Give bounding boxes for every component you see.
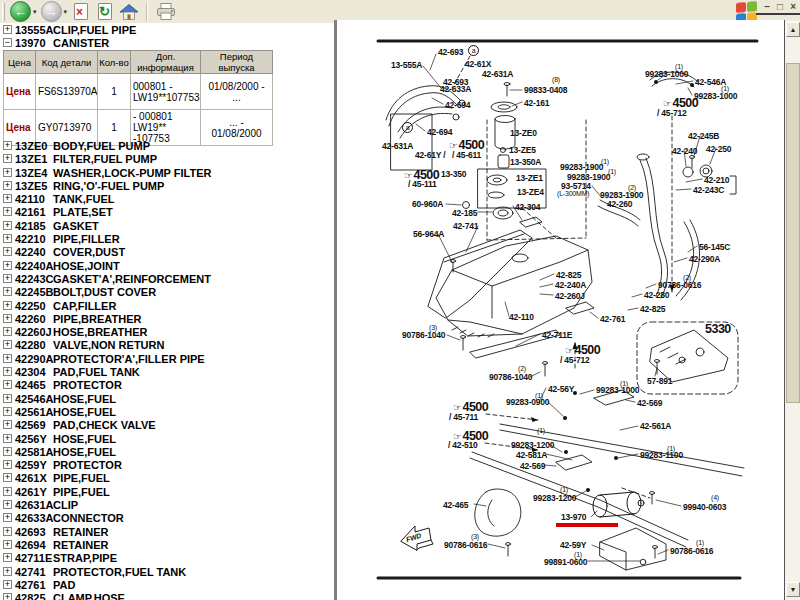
expand-icon[interactable]: +: [3, 513, 12, 522]
diagram-part-label[interactable]: 42-110: [509, 313, 534, 322]
list-item[interactable]: +42280VALVE,NON RETURN: [0, 339, 334, 352]
diagram-part-label[interactable]: 99940-0603: [683, 503, 726, 512]
list-item[interactable]: +42633ACONNECTOR: [0, 512, 334, 525]
list-item[interactable]: +42260PIPE,BREATHER: [0, 313, 334, 326]
diagram-part-label[interactable]: 42-250: [706, 145, 731, 154]
diagram-part-label[interactable]: 42-243C: [693, 186, 724, 195]
diagram-part-label[interactable]: 42-260J: [555, 292, 585, 301]
diagram-part-label[interactable]: 42-210: [704, 176, 729, 185]
diagram-part-label[interactable]: a: [468, 45, 479, 56]
list-item[interactable]: +42110TANK,FUEL: [0, 193, 334, 206]
diagram-part-label[interactable]: 42-631A: [482, 70, 513, 79]
expand-icon[interactable]: +: [3, 500, 12, 509]
diagram-part-label[interactable]: 42-761: [600, 315, 625, 324]
back-button[interactable]: ← ▾: [8, 1, 39, 23]
expand-icon[interactable]: +: [3, 234, 12, 243]
diagram-part-label[interactable]: (4): [711, 494, 719, 502]
refresh-button[interactable]: ↻: [93, 1, 117, 23]
diagram-part-label[interactable]: 99283-1000: [694, 92, 737, 101]
stop-button[interactable]: ×: [69, 1, 93, 23]
diagram-part-label[interactable]: 13-ZE1: [516, 174, 543, 183]
expand-icon[interactable]: +: [3, 314, 12, 323]
diagram-part-label[interactable]: 42-465: [443, 501, 468, 510]
diagram-part-label[interactable]: 42-240: [672, 147, 697, 156]
expand-icon[interactable]: +: [3, 420, 12, 429]
list-item[interactable]: +42465PROTECTOR: [0, 379, 334, 392]
diagram-part-label[interactable]: 42-581A: [516, 451, 547, 460]
expand-icon[interactable]: +: [3, 553, 12, 562]
list-item[interactable]: +42210PIPE,FILLER: [0, 233, 334, 246]
tree-item-13970-selected[interactable]: − 13970 CANISTER: [0, 37, 334, 50]
diagram-part-label[interactable]: 90786-1040: [489, 373, 532, 382]
expand-icon[interactable]: +: [3, 194, 12, 203]
diagram-part-label[interactable]: 42-633A: [440, 85, 471, 94]
diagram-part-label[interactable]: 42-693: [438, 48, 463, 57]
scroll-up-button[interactable]: ▲: [786, 22, 800, 37]
minimize-button[interactable]: −: [764, 1, 770, 12]
diagram-part-label[interactable]: 5330: [705, 323, 731, 337]
list-item[interactable]: +42581AHOSE,FUEL: [0, 446, 334, 459]
diagram-part-label[interactable]: / 45-711: [449, 413, 478, 422]
expand-icon[interactable]: +: [3, 367, 12, 376]
diagram-part-label[interactable]: 42-245B: [688, 132, 719, 141]
list-item[interactable]: +42761PAD: [0, 579, 334, 592]
expand-icon[interactable]: +: [3, 447, 12, 456]
list-item[interactable]: +42161PLATE,SET: [0, 206, 334, 219]
expand-icon[interactable]: +: [3, 567, 12, 576]
expand-icon[interactable]: +: [3, 154, 12, 163]
diagram-part-label[interactable]: 56-964A: [413, 230, 444, 239]
list-item[interactable]: +42260JHOSE,BREATHER: [0, 326, 334, 339]
forward-dropdown-icon[interactable]: ▾: [64, 8, 68, 16]
diagram-part-label[interactable]: 13-ZE5: [509, 146, 536, 155]
expand-icon[interactable]: +: [3, 580, 12, 589]
expand-icon[interactable]: +: [3, 168, 12, 177]
diagram-part-label[interactable]: 42-304: [515, 203, 540, 212]
expand-icon[interactable]: +: [3, 221, 12, 230]
list-item[interactable]: +13ZE0BODY,FUEL PUMP: [0, 140, 334, 153]
home-button[interactable]: [117, 1, 141, 23]
diagram-part-label[interactable]: 99283-1900: [560, 163, 603, 172]
print-button[interactable]: [153, 1, 179, 23]
diagram-part-label[interactable]: 42-280: [644, 291, 669, 300]
scrollbar-thumb[interactable]: [786, 63, 800, 403]
list-item[interactable]: +4259YPROTECTOR: [0, 459, 334, 472]
list-item[interactable]: +13ZE1FILTER,FUEL PUMP: [0, 153, 334, 166]
diagram-part-label-highlighted[interactable]: 13-970: [561, 513, 586, 522]
diagram-part-label[interactable]: / 45-611: [452, 151, 481, 160]
close-button[interactable]: ×: [790, 1, 796, 12]
diagram-part-label[interactable]: 13-350: [441, 170, 466, 179]
diagram-part-label[interactable]: / 45-111: [408, 180, 437, 189]
toolbar-grip[interactable]: [2, 3, 5, 21]
list-item[interactable]: +42185GASKET: [0, 220, 334, 233]
expand-icon[interactable]: +: [3, 261, 12, 270]
tree-item-13555A[interactable]: + 13555A CLIP,FUEL PIPE: [0, 24, 334, 37]
expand-icon[interactable]: +: [3, 487, 12, 496]
expand-icon[interactable]: +: [3, 274, 12, 283]
diagram-part-label[interactable]: 90786-1040: [402, 331, 445, 340]
diagram-part-label[interactable]: 42-185: [452, 209, 477, 218]
diagram-part-label[interactable]: (L-300MM): [557, 190, 589, 198]
expand-icon[interactable]: +: [3, 327, 12, 336]
list-item[interactable]: +42546AHOSE,FUEL: [0, 393, 334, 406]
expand-icon[interactable]: +: [3, 380, 12, 389]
expand-icon[interactable]: +: [3, 354, 12, 363]
list-item[interactable]: +42245BBOLT,DUST COVER: [0, 286, 334, 299]
diagram-part-label[interactable]: 99833-0408: [524, 86, 567, 95]
list-item[interactable]: +42304PAD,FUEL TANK: [0, 366, 334, 379]
list-item[interactable]: +42290APROTECTOR'A',FILLER PIPE: [0, 353, 334, 366]
diagram-part-label[interactable]: 42-711E: [542, 331, 572, 340]
list-item[interactable]: +42569PAD,CHECK VALVE: [0, 419, 334, 432]
diagram-part-label[interactable]: / 45-712: [560, 356, 590, 365]
diagram-part-label[interactable]: 56-145C: [699, 243, 730, 252]
expand-icon[interactable]: +: [3, 287, 12, 296]
diagram-part-label[interactable]: 90786-0616: [670, 547, 713, 556]
vertical-scrollbar[interactable]: ▲ ▼: [784, 20, 800, 600]
expand-icon[interactable]: +: [3, 473, 12, 482]
diagram-part-label[interactable]: 13-ZE4: [517, 188, 544, 197]
expand-icon[interactable]: +: [3, 407, 12, 416]
diagram-part-label[interactable]: 99283-1200: [533, 494, 576, 503]
diagram-part-label[interactable]: 42-161: [524, 99, 549, 108]
diagram-part-label[interactable]: / 42-510: [448, 441, 478, 450]
diagram-part-label[interactable]: 90786-0616: [658, 281, 701, 290]
diagram-part-label[interactable]: / 45-712: [657, 109, 687, 118]
